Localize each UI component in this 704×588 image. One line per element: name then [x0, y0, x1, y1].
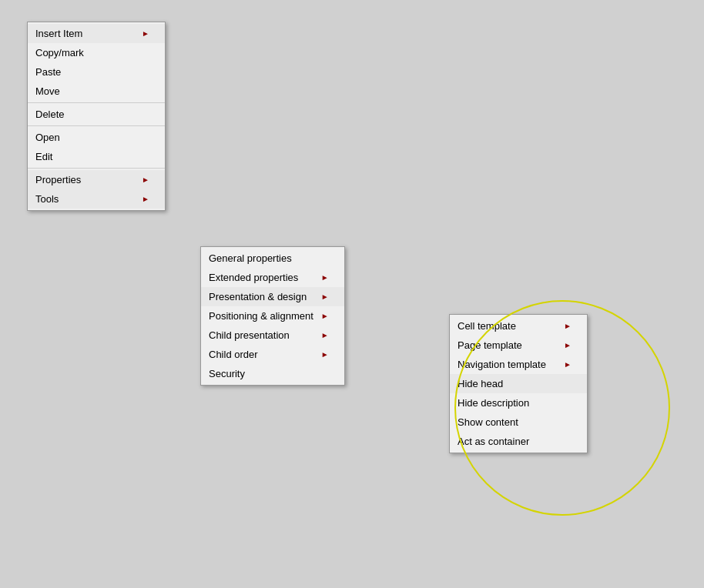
submenu-arrow-icon: ►: [321, 331, 329, 339]
submenu-arrow-icon: ►: [564, 322, 572, 330]
menu-item-label: Show content: [458, 416, 518, 428]
menu-item-hide-description[interactable]: Hide description: [450, 393, 587, 413]
submenu-arrow-icon: ►: [321, 273, 329, 282]
menu-item-delete[interactable]: Delete: [28, 105, 165, 124]
menu-item-label: Tools: [35, 193, 59, 205]
menu-item-positioning-alignment[interactable]: Positioning & alignment ►: [201, 306, 344, 326]
menu-item-label: Act as container: [458, 436, 529, 447]
menu-item-navigation-template[interactable]: Navigation template ►: [450, 355, 587, 374]
submenu-arrow-icon: ►: [142, 175, 149, 184]
menu-item-insert-item[interactable]: Insert Item ►: [28, 24, 165, 43]
menu-separator: [28, 125, 165, 126]
menu-item-child-order[interactable]: Child order ►: [201, 345, 344, 364]
submenu-arrow-icon: ►: [564, 360, 572, 369]
menu-item-label: Cell template: [458, 320, 516, 332]
submenu-arrow-icon: ►: [142, 195, 149, 203]
menu-item-label: Security: [209, 368, 245, 379]
menu-item-edit[interactable]: Edit: [28, 147, 165, 166]
menu-item-label: Extended properties: [209, 272, 298, 283]
menu-item-general-properties[interactable]: General properties: [201, 249, 344, 268]
menu-item-security[interactable]: Security: [201, 364, 344, 383]
menu-item-label: Page template: [458, 339, 522, 351]
menu-item-hide-head[interactable]: Hide head: [450, 374, 587, 393]
menu-item-label: Child order: [209, 349, 258, 360]
menu-item-properties[interactable]: Properties ►: [28, 170, 165, 189]
menu-item-label: Presentation & design: [209, 291, 307, 302]
menu-separator: [28, 102, 165, 103]
menu-item-page-template[interactable]: Page template ►: [450, 336, 587, 355]
context-menu-level1[interactable]: Insert Item ► Copy/mark Paste Move Delet…: [27, 22, 166, 211]
menu-item-label: Hide head: [458, 378, 503, 389]
submenu-arrow-icon: ►: [142, 29, 149, 38]
menu-item-label: Delete: [35, 109, 65, 120]
menu-item-label: Edit: [35, 151, 52, 162]
menu-item-tools[interactable]: Tools ►: [28, 189, 165, 209]
menu-item-copy-mark[interactable]: Copy/mark: [28, 43, 165, 62]
menu-item-label: Child presentation: [209, 329, 290, 341]
menu-separator: [28, 168, 165, 169]
menu-item-label: Insert Item: [35, 28, 82, 39]
menu-item-act-as-container[interactable]: Act as container: [450, 432, 587, 451]
submenu-arrow-icon: ►: [564, 341, 572, 349]
menu-item-label: Move: [35, 85, 60, 97]
submenu-arrow-icon: ►: [321, 292, 329, 301]
submenu-arrow-icon: ►: [321, 350, 329, 359]
menu-item-label: Navigation template: [458, 359, 546, 370]
menu-item-paste[interactable]: Paste: [28, 62, 165, 82]
menu-item-label: Copy/mark: [35, 47, 84, 58]
menu-item-cell-template[interactable]: Cell template ►: [450, 316, 587, 336]
menu-item-child-presentation[interactable]: Child presentation ►: [201, 326, 344, 345]
menu-item-label: Positioning & alignment: [209, 310, 313, 322]
context-menu-level2[interactable]: General properties Extended properties ►…: [200, 246, 345, 386]
menu-item-label: General properties: [209, 252, 292, 264]
menu-item-open[interactable]: Open: [28, 128, 165, 147]
menu-item-show-content[interactable]: Show content: [450, 413, 587, 432]
submenu-arrow-icon: ►: [321, 312, 329, 320]
menu-item-extended-properties[interactable]: Extended properties ►: [201, 268, 344, 287]
menu-item-label: Properties: [35, 174, 81, 185]
menu-item-move[interactable]: Move: [28, 82, 165, 101]
menu-item-label: Open: [35, 132, 60, 143]
menu-item-label: Hide description: [458, 397, 529, 409]
menu-item-label: Paste: [35, 66, 61, 78]
menu-item-presentation-design[interactable]: Presentation & design ►: [201, 287, 344, 306]
context-menu-level3[interactable]: Cell template ► Page template ► Navigati…: [449, 314, 588, 453]
